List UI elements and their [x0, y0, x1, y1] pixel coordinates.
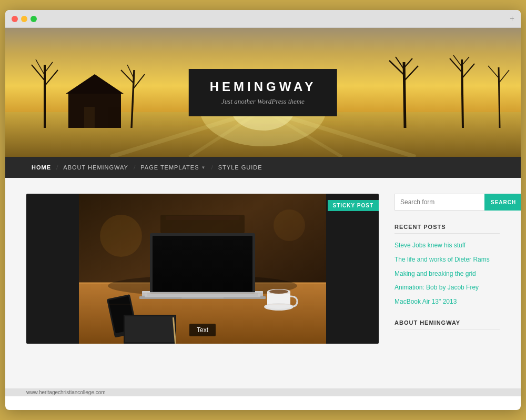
svg-rect-6 [84, 107, 95, 128]
post-image [26, 194, 379, 344]
recent-post-link-4[interactable]: Animation: Bob by Jacob Frey [394, 284, 479, 291]
list-item: Steve Jobs knew his stuff [394, 240, 500, 250]
close-button[interactable] [12, 16, 18, 22]
svg-rect-45 [181, 297, 224, 298]
svg-point-34 [100, 215, 142, 257]
nav-item-home[interactable]: HOME [26, 164, 56, 171]
svg-line-21 [462, 59, 463, 128]
svg-point-35 [274, 209, 305, 241]
svg-rect-42 [153, 236, 252, 292]
browser-dots [12, 16, 37, 22]
recent-post-link-3[interactable]: Making and breaking the grid [394, 270, 476, 277]
list-item: Animation: Bob by Jacob Frey [394, 282, 500, 292]
site-title-box: HEMINGWAY Just another WordPress theme [189, 69, 337, 116]
browser-window: + [5, 10, 521, 410]
nav-item-templates[interactable]: PAGE TEMPLATES ▼ [135, 164, 211, 171]
list-item: The life and works of Dieter Rams [394, 254, 500, 264]
nav-item-about[interactable]: ABOUT HEMINGWAY [58, 164, 134, 171]
site-subtitle: Just another WordPress theme [210, 97, 316, 106]
sticky-badge: STICKY POST [328, 200, 379, 211]
search-box: SEARCH [394, 194, 500, 211]
minimize-button[interactable] [21, 16, 27, 22]
svg-line-26 [499, 67, 500, 128]
svg-point-56 [269, 289, 288, 294]
list-item: Making and breaking the grid [394, 268, 500, 278]
recent-post-link-5[interactable]: MacBook Air 13" 2013 [394, 298, 457, 305]
post-text-overlay: Text [189, 324, 216, 336]
recent-posts-list: Steve Jobs knew his stuff The life and w… [394, 240, 500, 306]
main-content: STICKY POST [5, 178, 521, 388]
nav-item-style[interactable]: STYLE GUIDE [213, 164, 268, 171]
recent-post-link-1[interactable]: Steve Jobs knew his stuff [394, 242, 466, 249]
search-input[interactable] [394, 194, 484, 211]
maximize-button[interactable] [31, 16, 37, 22]
featured-post: STICKY POST [26, 194, 379, 344]
svg-rect-49 [125, 316, 175, 342]
svg-rect-60 [166, 216, 239, 220]
site-title: HEMINGWAY [210, 79, 316, 94]
sidebar: SEARCH RECENT POSTS Steve Jobs knew his … [394, 194, 500, 373]
dropdown-arrow-icon: ▼ [201, 165, 206, 170]
recent-posts-heading: RECENT POSTS [394, 224, 500, 234]
list-item: MacBook Air 13" 2013 [394, 296, 500, 306]
nav-bar: HOME / ABOUT HEMINGWAY / PAGE TEMPLATES … [5, 157, 521, 178]
search-button[interactable]: SEARCH [484, 194, 521, 211]
svg-line-16 [404, 62, 405, 128]
about-hemingway-heading: ABOUT HEMINGWAY [394, 319, 500, 329]
posts-column: STICKY POST [26, 194, 379, 373]
recent-post-link-2[interactable]: The life and works of Dieter Rams [394, 256, 490, 263]
browser-chrome: + [5, 10, 521, 28]
hero-section: HEMINGWAY Just another WordPress theme [5, 28, 521, 157]
svg-point-55 [266, 304, 291, 309]
svg-rect-44 [147, 293, 258, 296]
url-bar: www.heritagechristiancollege.com [5, 388, 521, 396]
new-tab-button[interactable]: + [510, 14, 514, 24]
